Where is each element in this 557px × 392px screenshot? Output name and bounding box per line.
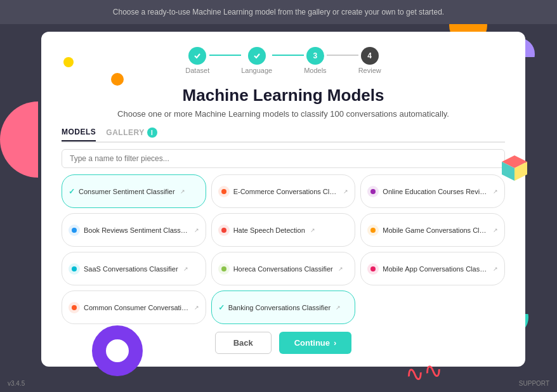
- tabs: MODELS GALLERY i: [62, 127, 505, 143]
- chip-link-icon: ↗: [180, 188, 185, 195]
- chip-icon: [367, 225, 379, 236]
- step-label-models: Models: [304, 67, 326, 74]
- model-chip-horeca[interactable]: Horeca Conversations Classifier ↗: [211, 252, 356, 285]
- step-dataset: Dataset: [185, 47, 209, 74]
- chip-label: Horeca Conversations Classifier: [233, 265, 333, 273]
- chip-link-icon: ↗: [493, 266, 498, 272]
- chip-label: Online Education Courses Reviews Classif…: [383, 188, 488, 195]
- chip-link-icon: ↗: [183, 266, 188, 272]
- model-chip-mobile-app[interactable]: Mobile App Conversations Classifier ↗: [360, 252, 505, 285]
- model-chip-book-reviews[interactable]: Book Reviews Sentiment Classifier ↗: [62, 213, 206, 247]
- chip-link-icon: ↗: [493, 227, 498, 233]
- chip-icon: [218, 186, 230, 197]
- version-text: v3.4.5: [8, 380, 25, 387]
- continue-button[interactable]: Continue ›: [279, 332, 352, 354]
- chip-link-icon: ↗: [194, 304, 199, 311]
- step-review: 4 Review: [358, 47, 381, 74]
- chip-label: SaaS Conversations Classifier: [84, 265, 178, 273]
- chip-link-icon: ↗: [336, 304, 341, 311]
- step-circle-review: 4: [361, 47, 379, 65]
- svg-point-10: [221, 266, 226, 271]
- svg-point-5: [370, 189, 376, 194]
- back-button[interactable]: Back: [215, 332, 272, 354]
- chip-link-icon: ↗: [343, 188, 348, 195]
- step-circle-dataset: [188, 47, 206, 65]
- step-line-3: [327, 55, 358, 56]
- model-chip-hate-speech[interactable]: Hate Speech Detection ↗: [211, 213, 356, 247]
- step-label-dataset: Dataset: [185, 67, 209, 74]
- step-label-review: Review: [358, 67, 381, 74]
- cube-icon: [499, 152, 530, 186]
- deco-pink-semicircle: [0, 101, 38, 178]
- chip-icon: [218, 263, 230, 275]
- chip-label: Mobile App Conversations Classifier: [383, 265, 488, 273]
- chip-link-icon: ↗: [338, 266, 343, 272]
- chip-icon: [367, 186, 379, 197]
- svg-point-6: [72, 228, 77, 233]
- tab-gallery[interactable]: GALLERY i: [106, 127, 157, 141]
- chip-icon: [367, 263, 379, 275]
- step-label-language: Language: [241, 67, 272, 74]
- model-chip-consumer-sentiment[interactable]: ✓ Consumer Sentiment Classifier ↗: [62, 174, 206, 208]
- support-text: SUPPORT: [519, 380, 549, 387]
- svg-point-12: [72, 305, 77, 310]
- model-chip-mobile-game[interactable]: Mobile Game Conversations Classifier ↗: [360, 213, 505, 247]
- chip-icon: [218, 225, 230, 236]
- chip-label: Hate Speech Detection: [233, 226, 305, 234]
- step-models: 3 Models: [304, 47, 326, 74]
- step-circle-language: [248, 47, 266, 65]
- step-language: Language: [241, 47, 272, 74]
- tab-models[interactable]: MODELS: [62, 127, 96, 141]
- model-chip-online-education[interactable]: Online Education Courses Reviews Classif…: [360, 174, 505, 208]
- chip-label: Mobile Game Conversations Classifier: [383, 226, 488, 234]
- svg-point-11: [370, 266, 376, 271]
- deco-orange-sm: [111, 73, 124, 86]
- svg-point-4: [221, 189, 226, 194]
- step-line-1: [209, 55, 241, 56]
- chip-checkmark: ✓: [218, 303, 225, 312]
- chip-link-icon: ↗: [310, 227, 315, 233]
- chip-label: Common Consumer Conversation Classifier: [84, 304, 189, 311]
- gallery-badge: i: [147, 127, 157, 138]
- model-chip-saas[interactable]: SaaS Conversations Classifier ↗: [62, 252, 206, 285]
- stepper: Dataset Language 3 Models 4 Review: [62, 47, 505, 74]
- chip-icon: [69, 225, 80, 236]
- model-grid: ✓ Consumer Sentiment Classifier ↗ E-Comm…: [62, 174, 505, 324]
- page-subtitle: Choose one or more Machine Learning mode…: [62, 109, 505, 119]
- model-chip-banking[interactable]: ✓ Banking Conversations Classifier ↗: [211, 291, 356, 324]
- chip-label: Consumer Sentiment Classifier: [79, 188, 175, 195]
- svg-point-7: [221, 228, 226, 233]
- top-bar: Choose a ready-to-use Machine Learning m…: [0, 0, 557, 24]
- step-circle-models: 3: [306, 47, 324, 65]
- chip-label: E-Commerce Conversations Classifier: [233, 188, 339, 195]
- chip-icon: [69, 302, 80, 313]
- model-chip-common-consumer[interactable]: Common Consumer Conversation Classifier …: [62, 291, 206, 324]
- svg-point-9: [72, 266, 77, 271]
- bottom-bar: v3.4.5 SUPPORT: [0, 374, 557, 392]
- top-bar-text: Choose a ready-to-use Machine Learning m…: [113, 8, 444, 16]
- deco-yellow-sm: [63, 57, 74, 67]
- search-input[interactable]: [62, 149, 505, 168]
- deco-purple-donut: [92, 325, 143, 376]
- chip-icon: [69, 263, 80, 275]
- page-title: Machine Learning Models: [62, 86, 505, 105]
- chip-link-icon: ↗: [194, 227, 199, 233]
- step-line-2: [272, 55, 304, 56]
- chip-link-icon: ↗: [493, 188, 498, 195]
- chip-label: Banking Conversations Classifier: [228, 304, 331, 311]
- chip-checkmark: ✓: [69, 187, 75, 196]
- svg-point-8: [370, 228, 376, 233]
- model-chip-ecommerce[interactable]: E-Commerce Conversations Classifier ↗: [211, 174, 356, 208]
- chip-label: Book Reviews Sentiment Classifier: [84, 226, 189, 234]
